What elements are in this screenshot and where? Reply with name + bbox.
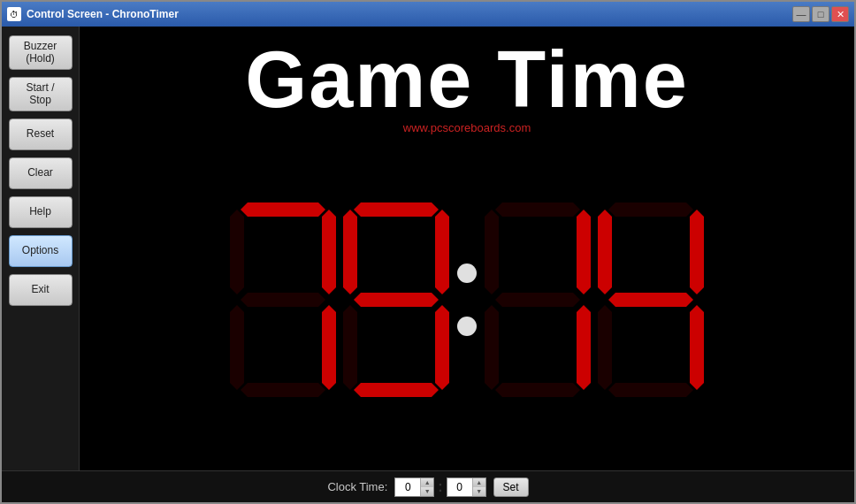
digit-tens-minutes bbox=[230, 202, 336, 397]
bottom-bar: Clock Time: ▲ ▼ : ▲ ▼ Set bbox=[2, 470, 854, 502]
hours-spin-down[interactable]: ▼ bbox=[421, 487, 433, 496]
digit-tens-seconds bbox=[485, 202, 591, 397]
close-button[interactable]: ✕ bbox=[831, 6, 849, 22]
hours-spinner: ▲ ▼ bbox=[420, 478, 433, 496]
digit-units-minutes bbox=[343, 202, 449, 397]
seconds-display bbox=[485, 202, 704, 397]
title-bar: ⏱ Control Screen - ChronoTimer — □ ✕ bbox=[2, 2, 854, 27]
window-title: Control Screen - ChronoTimer bbox=[27, 8, 179, 20]
maximize-button[interactable]: □ bbox=[812, 6, 829, 22]
help-button[interactable]: Help bbox=[9, 196, 73, 228]
colon-dot-bottom bbox=[457, 317, 477, 336]
minimize-button[interactable]: — bbox=[792, 6, 810, 22]
reset-button[interactable]: Reset bbox=[9, 118, 73, 150]
minutes-input[interactable] bbox=[447, 478, 472, 496]
website-label: www.pcscoreboards.com bbox=[403, 121, 531, 134]
clear-button[interactable]: Clear bbox=[9, 157, 73, 189]
app-icon: ⏱ bbox=[7, 7, 21, 21]
exit-button[interactable]: Exit bbox=[9, 274, 73, 306]
main-window: ⏱ Control Screen - ChronoTimer — □ ✕ Buz… bbox=[0, 0, 856, 504]
start-stop-button[interactable]: Start /Stop bbox=[9, 77, 73, 111]
buzzer-button[interactable]: Buzzer(Hold) bbox=[9, 35, 73, 70]
window-body: Buzzer(Hold) Start /Stop Reset Clear Hel… bbox=[2, 27, 854, 470]
hours-input-wrapper: ▲ ▼ bbox=[394, 477, 434, 497]
game-time-title: Game Time bbox=[245, 40, 689, 119]
minutes-display bbox=[230, 202, 449, 397]
clock-time-label: Clock Time: bbox=[327, 480, 387, 493]
time-colon-separator: : bbox=[438, 479, 442, 495]
hours-input[interactable] bbox=[395, 478, 420, 496]
hours-spin-up[interactable]: ▲ bbox=[421, 478, 433, 487]
minutes-spin-down[interactable]: ▼ bbox=[473, 487, 485, 496]
colon-dot-top bbox=[457, 263, 477, 283]
options-button[interactable]: Options bbox=[9, 235, 73, 267]
digit-units-seconds bbox=[598, 202, 704, 397]
time-input-group: ▲ ▼ : ▲ ▼ bbox=[394, 477, 485, 497]
title-buttons: — □ ✕ bbox=[792, 6, 849, 22]
title-bar-left: ⏱ Control Screen - ChronoTimer bbox=[7, 7, 179, 21]
minutes-spinner: ▲ ▼ bbox=[472, 478, 485, 496]
main-area: Game Time www.pcscoreboards.com bbox=[80, 27, 854, 470]
set-button[interactable]: Set bbox=[493, 477, 529, 497]
sidebar: Buzzer(Hold) Start /Stop Reset Clear Hel… bbox=[2, 27, 80, 470]
clock-display bbox=[97, 138, 837, 462]
minutes-input-wrapper: ▲ ▼ bbox=[447, 477, 486, 497]
colon-separator bbox=[449, 202, 485, 397]
minutes-spin-up[interactable]: ▲ bbox=[473, 478, 485, 487]
